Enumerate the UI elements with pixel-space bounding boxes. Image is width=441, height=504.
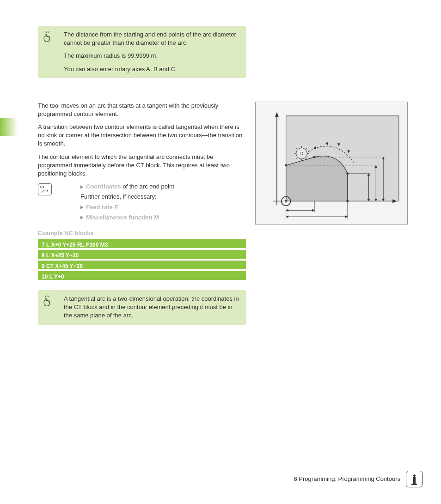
paragraph-3: The contour element to which the tangent…: [38, 153, 246, 178]
coordinates-label: Coordinates: [86, 183, 121, 190]
side-gradient-tab: [0, 118, 18, 136]
toolpath-diagram: [255, 102, 408, 225]
paragraph-1: The tool moves on an arc that starts at …: [38, 102, 246, 118]
note2-line1: A tangential arc is a two-dimensional op…: [64, 295, 240, 320]
note-box-tangential-2d: A tangential arc is a two-dimensional op…: [38, 290, 246, 325]
nc-block-1: 7 L X+0 Y+25 RL F300 M3: [38, 239, 246, 248]
svg-point-30: [285, 164, 287, 166]
footer-chapter: 6 Programming: Programming Contours: [294, 475, 400, 483]
ct-key-icon: CT: [38, 183, 52, 195]
svg-point-31: [313, 156, 316, 158]
svg-point-32: [346, 172, 349, 175]
note-box-arc-limits: The distance from the starting and end p…: [38, 26, 246, 78]
nc-block-4: 10 L Y+0: [38, 271, 246, 280]
pointing-hand-icon: [43, 295, 55, 309]
play-bullet-icon: [80, 216, 83, 219]
play-bullet-icon: [80, 185, 83, 189]
feed-rate-label: Feed rate F: [86, 204, 118, 211]
note1-line2: The maximum radius is 99.9999 m.: [64, 52, 240, 60]
coordinates-suffix: of the arc end point: [121, 183, 174, 190]
misc-function-label: Miscellaneous function M: [86, 214, 159, 221]
key-line-misc: Miscellaneous function M: [80, 213, 174, 222]
nc-block-3: 9 CT X+45 Y+20: [38, 261, 246, 269]
note1-line1: The distance from the starting and end p…: [64, 30, 240, 47]
key-line-coordinates: Coordinates of the arc end point: [80, 182, 174, 191]
paragraph-2: A transition between two contour element…: [38, 123, 246, 148]
key-line-feedrate: Feed rate F: [80, 203, 174, 212]
pointing-hand-icon: [43, 30, 55, 45]
info-icon: [406, 471, 423, 487]
note1-line3: You can also enter rotary axes A, B and …: [64, 65, 240, 73]
key-line-further: Further entries, if necessary:: [80, 193, 174, 201]
svg-point-33: [346, 200, 349, 202]
nc-heading: Example NC blocks: [38, 229, 246, 237]
play-bullet-icon: [80, 206, 83, 209]
nc-block-2: 8 L X+25 Y+30: [38, 250, 246, 259]
